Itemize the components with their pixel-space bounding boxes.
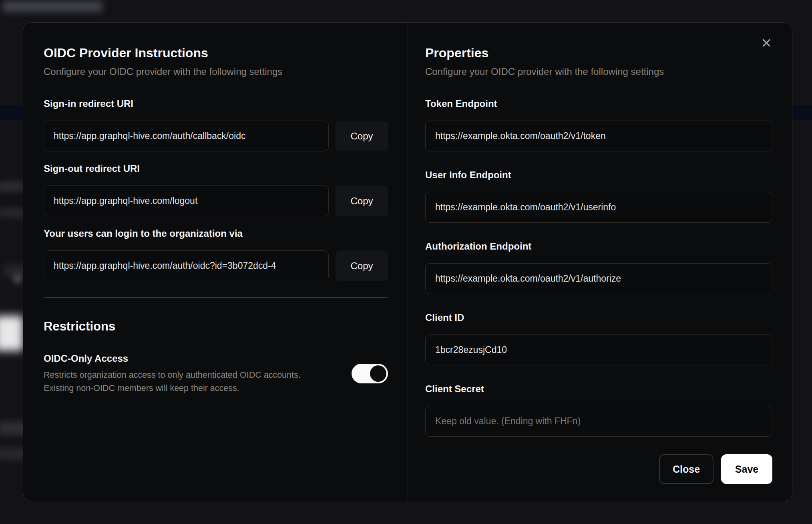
instructions-title: OIDC Provider Instructions (44, 44, 388, 61)
client-secret-input[interactable] (425, 406, 772, 437)
token-endpoint-label: Token Endpoint (425, 98, 772, 109)
copy-sign-in-uri-button[interactable]: Copy (336, 121, 388, 151)
sign-out-redirect-uri-label: Sign-out redirect URI (44, 163, 388, 174)
properties-title: Properties (425, 44, 772, 61)
close-icon[interactable]: ✕ (755, 32, 778, 54)
organization-login-uri-input[interactable] (44, 250, 329, 281)
copy-sign-out-uri-button[interactable]: Copy (336, 185, 388, 216)
restrictions-title: Restrictions (44, 319, 388, 334)
authorization-endpoint-field: Authorization Endpoint (425, 240, 772, 294)
background-blurred-text (2, 1, 103, 12)
user-info-endpoint-input[interactable] (425, 192, 772, 223)
sign-in-redirect-uri-input[interactable] (44, 121, 329, 151)
section-divider (44, 297, 388, 298)
background-blurred-dot (14, 276, 21, 282)
properties-subtitle: Configure your OIDC provider with the fo… (425, 65, 772, 78)
authorization-endpoint-label: Authorization Endpoint (425, 240, 772, 252)
organization-login-uri-label: Your users can login to the organization… (44, 228, 388, 239)
background-blurred-button (0, 316, 23, 351)
modal-actions: Close Save (425, 454, 772, 484)
sign-out-redirect-uri-row: Copy (44, 185, 388, 216)
organization-login-uri-row: Copy (44, 250, 388, 281)
client-id-label: Client ID (425, 312, 772, 323)
save-button[interactable]: Save (721, 454, 772, 484)
properties-column: ✕ Properties Configure your OIDC provide… (408, 23, 792, 501)
client-secret-label: Client Secret (425, 383, 772, 395)
user-info-endpoint-field: User Info Endpoint (425, 169, 772, 223)
token-endpoint-input[interactable] (425, 121, 772, 151)
toggle-knob (370, 365, 386, 382)
background-blurred-text (0, 182, 25, 191)
instructions-column: OIDC Provider Instructions Configure you… (23, 23, 408, 501)
close-button[interactable]: Close (659, 454, 714, 484)
oidc-only-access-text: OIDC-Only Access Restricts organization … (44, 353, 301, 395)
sign-in-redirect-uri-row: Copy (44, 121, 388, 151)
user-info-endpoint-label: User Info Endpoint (425, 169, 772, 181)
sign-in-redirect-uri-label: Sign-in redirect URI (44, 98, 388, 109)
token-endpoint-field: Token Endpoint (425, 98, 772, 151)
oidc-only-access-toggle[interactable] (352, 364, 388, 383)
authorization-endpoint-input[interactable] (425, 263, 772, 294)
copy-login-uri-button[interactable]: Copy (336, 250, 388, 281)
client-secret-field: Client Secret (425, 383, 772, 437)
oidc-only-access-description: Restricts organization access to only au… (44, 369, 301, 395)
oidc-only-access-label: OIDC-Only Access (44, 353, 301, 365)
client-id-input[interactable] (425, 335, 772, 365)
oidc-only-access-row: OIDC-Only Access Restricts organization … (44, 353, 388, 395)
oidc-settings-modal: OIDC Provider Instructions Configure you… (23, 22, 792, 501)
sign-out-redirect-uri-input[interactable] (44, 185, 329, 216)
instructions-subtitle: Configure your OIDC provider with the fo… (44, 65, 388, 78)
client-id-field: Client ID (425, 312, 772, 365)
